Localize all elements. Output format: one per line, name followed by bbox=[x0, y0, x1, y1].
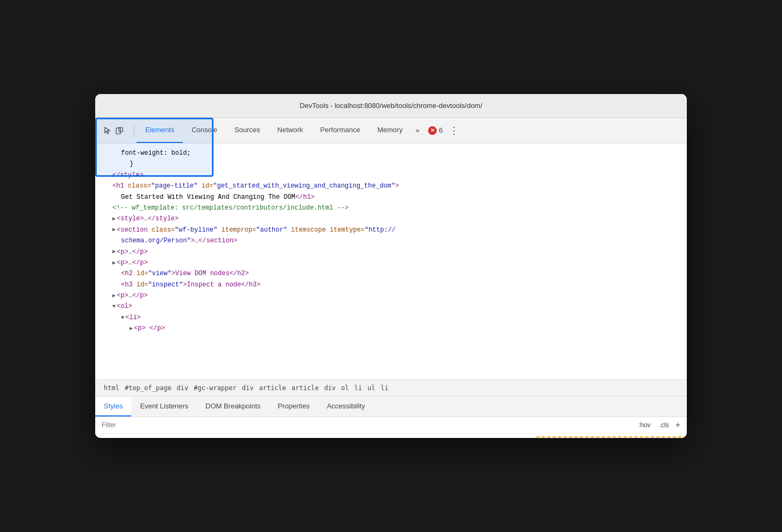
breadcrumb-div-1[interactable]: div bbox=[175, 383, 191, 393]
window-title: DevTools - localhost:8080/web/tools/chro… bbox=[300, 102, 482, 110]
dom-panel: font-weight: bold; } </style> <h1 class=… bbox=[95, 143, 687, 380]
error-badge: ✕ 6 bbox=[428, 126, 443, 135]
dom-line: schema.org/Person">…</section> bbox=[95, 235, 687, 246]
breadcrumb-li-2[interactable]: li bbox=[379, 383, 390, 393]
lower-tab-event-listeners[interactable]: Event Listeners bbox=[131, 397, 197, 416]
more-options-icon[interactable]: ⋮ bbox=[447, 123, 461, 139]
dom-line: <h3 id="inspect">Inspect a node</h3> bbox=[95, 279, 687, 290]
toolbar-divider-1 bbox=[134, 124, 134, 137]
dom-line: ▼<li> bbox=[95, 312, 687, 323]
tab-memory[interactable]: Memory bbox=[369, 118, 411, 143]
svg-rect-0 bbox=[116, 128, 120, 134]
bottom-indicator-bar bbox=[95, 434, 687, 438]
dom-line: font-weight: bold; bbox=[95, 148, 687, 159]
breadcrumb-li-1[interactable]: li bbox=[352, 383, 364, 393]
tab-network[interactable]: Network bbox=[269, 118, 312, 143]
title-bar: DevTools - localhost:8080/web/tools/chro… bbox=[95, 94, 687, 118]
inspect-tools bbox=[99, 124, 127, 138]
devtools-window: DevTools - localhost:8080/web/tools/chro… bbox=[95, 94, 687, 438]
add-style-button[interactable]: + bbox=[676, 420, 680, 430]
lower-tab-accessibility[interactable]: Accessibility bbox=[318, 397, 374, 416]
tab-list: Elements Console Sources Network Perform… bbox=[137, 118, 411, 143]
dom-line: Get Started With Viewing And Changing Th… bbox=[95, 192, 687, 203]
dom-line: <!-- wf_template: src/templates/contribu… bbox=[95, 203, 687, 213]
tab-performance[interactable]: Performance bbox=[311, 118, 368, 143]
dom-line: ▶<p>…</p> bbox=[95, 247, 687, 257]
breadcrumb-article-2[interactable]: article bbox=[289, 383, 321, 393]
dom-line: } bbox=[95, 159, 687, 169]
breadcrumb-html[interactable]: html bbox=[102, 383, 122, 393]
dom-line: ▶<section class="wf-byline" itemprop="au… bbox=[95, 225, 687, 235]
dashed-outline bbox=[536, 436, 687, 438]
lower-tab-dom-breakpoints[interactable]: DOM Breakpoints bbox=[197, 397, 269, 416]
breadcrumb-article-1[interactable]: article bbox=[257, 383, 288, 393]
cursor-inspect-icon[interactable] bbox=[103, 126, 112, 135]
lower-tab-properties[interactable]: Properties bbox=[269, 397, 318, 416]
device-toggle-icon[interactable] bbox=[115, 126, 124, 135]
breadcrumb-bar: html #top_of_page div #gc-wrapper div ar… bbox=[95, 380, 687, 397]
toolbar: Elements Console Sources Network Perform… bbox=[95, 118, 687, 143]
lower-tab-styles[interactable]: Styles bbox=[95, 397, 131, 416]
filter-bar: :hov .cls + bbox=[95, 417, 687, 434]
filter-input[interactable] bbox=[102, 421, 632, 429]
dom-line: ▶<p> </p> bbox=[95, 323, 687, 334]
dom-line: ▶<p>…</p> bbox=[95, 257, 687, 268]
dom-line: ▶<p>…</p> bbox=[95, 290, 687, 301]
dom-line: <h2 id="view">View DOM nodes</h2> bbox=[95, 268, 687, 279]
filter-buttons: :hov .cls + bbox=[636, 420, 680, 430]
tab-console[interactable]: Console bbox=[183, 118, 226, 143]
error-count: 6 bbox=[439, 126, 443, 134]
dom-line: </style> bbox=[95, 170, 687, 181]
dom-line: <h1 class="page-title" id="get_started_w… bbox=[95, 181, 687, 191]
hov-button[interactable]: :hov bbox=[636, 420, 653, 430]
breadcrumb-ul[interactable]: ul bbox=[365, 383, 377, 393]
lower-tabs: Styles Event Listeners DOM Breakpoints P… bbox=[95, 397, 687, 417]
tab-sources[interactable]: Sources bbox=[226, 118, 269, 143]
error-icon: ✕ bbox=[428, 126, 437, 135]
breadcrumb-div-3[interactable]: div bbox=[322, 383, 338, 393]
breadcrumb-gc-wrapper[interactable]: #gc-wrapper bbox=[191, 383, 238, 393]
tab-overflow[interactable]: » bbox=[411, 126, 424, 134]
dom-line: ▶<style>…</style> bbox=[95, 213, 687, 224]
breadcrumb-ol[interactable]: ol bbox=[339, 383, 351, 393]
breadcrumb-div-2[interactable]: div bbox=[240, 383, 256, 393]
dom-line: ▼<ol> bbox=[95, 301, 687, 312]
cls-button[interactable]: .cls bbox=[657, 420, 671, 430]
tab-elements[interactable]: Elements bbox=[137, 118, 183, 143]
breadcrumb-top-of-page[interactable]: #top_of_page bbox=[123, 383, 174, 393]
